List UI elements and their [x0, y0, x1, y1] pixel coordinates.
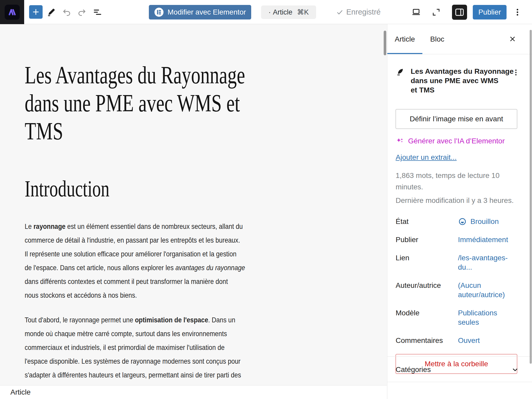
command-palette-dot: ·: [268, 8, 271, 16]
generate-with-ai-label: Générer avec l’IA d’Elementor: [408, 137, 505, 145]
close-icon: [508, 35, 517, 43]
pencil-icon: [47, 8, 56, 17]
sidebar-scrollbar-thumb[interactable]: [530, 30, 532, 364]
post-title[interactable]: Les Avantages du Rayonnage dans une PME …: [25, 61, 336, 145]
post-paragraph[interactable]: Le rayonnage est un élément essentiel da…: [25, 220, 309, 302]
site-logo-icon: [7, 7, 17, 17]
field-status: État Brouillon: [396, 217, 517, 226]
elementor-button-label: Modifier avec Elementor: [168, 8, 246, 16]
edit-with-elementor-button[interactable]: Modifier avec Elementor: [149, 5, 251, 19]
command-palette-label: Article: [273, 8, 292, 16]
check-icon: [336, 8, 344, 16]
sidebar-header: Article Bloc: [387, 24, 532, 54]
breadcrumb[interactable]: Article: [10, 388, 31, 396]
field-comments: Commentaires Ouvert: [396, 336, 517, 345]
saved-label: Enregistré: [346, 8, 381, 16]
post-summary-card: Les Avantages du Rayonnage dans une PME …: [396, 67, 517, 95]
undo-button[interactable]: [61, 6, 73, 18]
field-link: Lien /les-avantages-du...: [396, 253, 517, 272]
close-sidebar-button[interactable]: [506, 32, 519, 45]
sparkles-icon: [396, 137, 404, 145]
content-scrollbar-thumb[interactable]: [384, 31, 386, 55]
set-featured-image-button[interactable]: Définir l’image mise en avant: [396, 109, 517, 129]
field-author-value[interactable]: (Aucun auteur/autrice): [458, 281, 505, 300]
post-paragraph[interactable]: Tout d'abord, le rayonnage permet une op…: [25, 313, 309, 385]
settings-sidebar-toggle[interactable]: [452, 5, 467, 20]
field-link-value[interactable]: /les-avantages-du...: [458, 253, 517, 272]
sidebar-divider: [387, 382, 532, 382]
top-toolbar: Modifier avec Elementor · Article ⌘K Enr…: [0, 0, 532, 24]
field-status-label: État: [396, 217, 458, 226]
document-overview-button[interactable]: [91, 6, 104, 18]
post-settings-fields: État Brouillon Publier Immédiatement Lie…: [396, 217, 517, 345]
post-content: Les Avantages du Rayonnage dans une PME …: [0, 61, 387, 385]
field-template-label: Modèle: [396, 308, 458, 327]
publish-label: Publier: [478, 8, 501, 16]
saved-status[interactable]: Enregistré: [336, 0, 381, 24]
plus-icon: [32, 8, 40, 16]
block-inserter-button[interactable]: [29, 5, 43, 19]
field-comments-label: Commentaires: [396, 336, 458, 345]
settings-sidebar: Article Bloc Les Avantages du Rayonnage …: [387, 24, 532, 399]
tab-bloc[interactable]: Bloc: [422, 24, 452, 54]
field-author: Auteur/autrice (Aucun auteur/autrice): [396, 281, 517, 300]
preview-button[interactable]: [410, 6, 422, 18]
field-author-label: Auteur/autrice: [396, 281, 458, 300]
post-heading-introduction[interactable]: Introduction: [25, 176, 336, 201]
categories-panel: Catégories: [387, 357, 532, 381]
categories-label: Catégories: [396, 365, 431, 374]
drawer-right-icon: [455, 7, 464, 17]
field-link-label: Lien: [396, 253, 458, 272]
field-publish-value[interactable]: Immédiatement: [458, 235, 508, 244]
field-status-value[interactable]: Brouillon: [458, 217, 499, 226]
kebab-menu-icon: [512, 69, 520, 76]
add-excerpt-link[interactable]: Ajouter un extrait...: [396, 153, 457, 162]
generate-with-ai-link[interactable]: Générer avec l’IA d’Elementor: [396, 137, 517, 145]
breadcrumb-bar: Article: [0, 385, 387, 399]
command-palette-shortcut: ⌘K: [297, 8, 309, 16]
list-view-icon: [93, 8, 102, 17]
site-logo[interactable]: [0, 0, 24, 24]
redo-button[interactable]: [76, 6, 88, 18]
fullscreen-button[interactable]: [430, 6, 442, 18]
field-template: Modèle Publications seules: [396, 308, 517, 327]
status-badge: Brouillon: [470, 217, 499, 226]
post-card-title: Les Avantages du Rayonnage dans une PME …: [411, 67, 514, 95]
field-publish-label: Publier: [396, 235, 458, 244]
publish-button[interactable]: Publier: [473, 5, 507, 19]
elementor-logo-icon: [154, 7, 164, 17]
editor-canvas[interactable]: Les Avantages du Rayonnage dans une PME …: [0, 24, 387, 385]
laptop-icon: [411, 7, 421, 17]
categories-accordion-toggle[interactable]: Catégories: [387, 357, 532, 381]
field-template-value[interactable]: Publications seules: [458, 308, 517, 327]
options-menu-button[interactable]: [511, 6, 524, 18]
post-leaf-icon: [396, 67, 404, 76]
word-count-text: 1,863 mots, temps de lecture 10 minutes.: [396, 170, 517, 193]
chevron-down-icon: [511, 365, 519, 374]
field-comments-value[interactable]: Ouvert: [458, 336, 480, 345]
post-card-actions-button[interactable]: [510, 67, 522, 78]
field-publish-date: Publier Immédiatement: [396, 235, 517, 244]
redo-icon: [77, 8, 87, 17]
last-modified-text: Dernière modification il y a 3 heures.: [396, 195, 517, 206]
kebab-menu-icon: [513, 8, 522, 17]
edit-tool-button[interactable]: [45, 6, 57, 18]
tab-article[interactable]: Article: [387, 24, 422, 54]
draft-status-icon: [458, 217, 467, 226]
site-logo-mark: [5, 5, 20, 20]
expand-icon: [431, 8, 441, 17]
undo-icon: [62, 8, 71, 17]
command-palette-button[interactable]: · Article ⌘K: [261, 5, 316, 19]
